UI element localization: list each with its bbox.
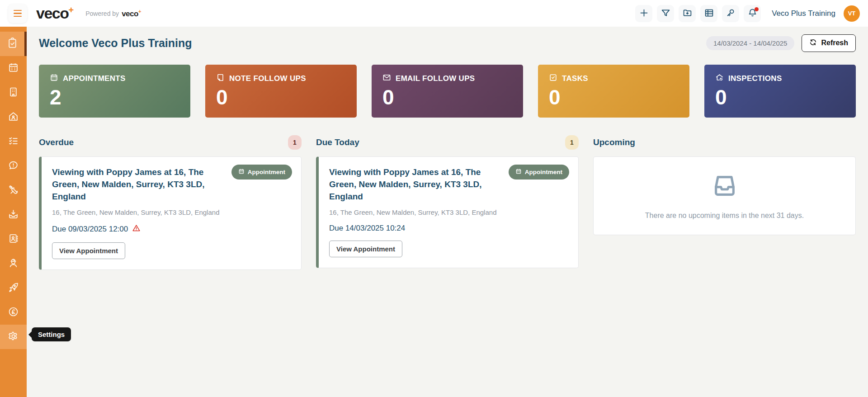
clipboard-check-icon [7,38,18,51]
checklist-icon [8,135,19,148]
powered-by-veco-logo: veco+ [122,9,141,19]
appointment-due: Due 09/03/2025 12:00 [52,224,291,235]
filter-icon [661,8,670,19]
stat-card-inspections[interactable]: INSPECTIONS 0 [704,65,856,118]
sidebar-item-contacts[interactable] [0,227,27,251]
key-button[interactable] [722,5,739,22]
top-header: veco+ Powered by veco+ [0,0,868,27]
warning-icon [132,224,141,235]
refresh-button[interactable]: Refresh [802,34,856,52]
calendar-icon [238,168,245,176]
calendar-icon [8,62,19,75]
stat-label: TASKS [562,74,588,83]
sidebar-item-marketing[interactable] [0,276,27,300]
stat-value: 0 [715,87,845,108]
powered-by: Powered by veco+ [85,9,141,19]
contact-card-icon [8,233,19,246]
due-today-count-badge: 1 [565,135,579,150]
calendar-icon [515,168,522,176]
building-icon [8,86,19,99]
due-today-heading: Due Today [316,137,359,147]
view-appointment-button[interactable]: View Appointment [329,241,402,257]
sidebar-item-maintenance[interactable] [0,178,27,203]
add-button[interactable] [635,5,652,22]
powered-by-text: Powered by [85,10,119,17]
sidebar-item-contractors[interactable] [0,251,27,276]
sidebar-item-calendar[interactable] [0,56,27,80]
task-check-icon [549,73,557,84]
veco-logo-plus-icon: + [69,5,74,15]
title-row: Welcome Veco Plus Training 14/03/2024 - … [39,33,856,53]
plus-icon [639,8,649,19]
sidebar-item-tasks[interactable] [0,129,27,154]
upcoming-empty-card: There are no upcoming items in the next … [593,156,856,235]
stats-row: APPOINTMENTS 2 NOTE FOLLOW UPS 0 EMAIL F… [39,65,856,118]
view-appointment-button[interactable]: View Appointment [52,242,125,259]
due-today-appointment-card: Viewing with Poppy James at 16, The Gree… [316,156,579,268]
folder-export-button[interactable] [679,5,696,22]
upcoming-heading: Upcoming [593,137,635,147]
rocket-icon [8,282,19,295]
overdue-count-badge: 1 [288,135,302,150]
appointment-address: 16, The Green, New Malden, Surrey, KT3 3… [329,208,568,216]
download-tray-icon [8,208,19,222]
avatar[interactable]: VT [844,5,860,22]
notification-dot [755,7,759,11]
stat-value: 0 [216,87,346,108]
settings-tooltip: Settings [32,327,71,341]
sidebar-item-enquiries[interactable] [0,154,27,178]
stat-card-appointments[interactable]: APPOINTMENTS 2 [39,65,190,118]
overdue-appointment-card: Viewing with Poppy James at 16, The Gree… [39,156,302,270]
stat-card-email-follow-ups[interactable]: EMAIL FOLLOW UPS 0 [372,65,523,118]
stat-value: 0 [549,87,679,108]
stat-label: APPOINTMENTS [63,74,126,83]
worker-icon [8,257,19,270]
tools-icon [8,184,19,197]
header-actions: Veco Plus Training VT [635,5,860,22]
refresh-icon [809,38,817,48]
stat-card-note-follow-ups[interactable]: NOTE FOLLOW UPS 0 [205,65,357,118]
sidebar-item-finance[interactable] [0,300,27,325]
sidebar-item-dashboard[interactable] [0,32,27,56]
appointment-type-badge: Appointment [231,165,292,180]
folder-export-icon [683,8,692,19]
hamburger-menu-button[interactable] [8,4,27,23]
filter-button[interactable] [657,5,674,22]
overdue-heading: Overdue [39,137,74,147]
upcoming-empty-text: There are no upcoming items in the next … [645,212,804,220]
due-today-column: Due Today 1 Viewing with Poppy James at … [316,135,579,270]
stat-label: EMAIL FOLLOW UPS [396,74,475,83]
sidebar-item-downloads[interactable] [0,203,27,227]
inbox-icon [711,172,739,202]
main-content: Welcome Veco Plus Training 14/03/2024 - … [27,27,868,270]
chat-alert-icon [8,160,19,173]
table-button[interactable] [700,5,717,22]
user-name[interactable]: Veco Plus Training [772,9,835,18]
house-check-icon [715,73,724,84]
sidebar-nav [0,27,27,397]
overdue-column: Overdue 1 Viewing with Poppy James at 16… [39,135,302,270]
gear-icon [8,331,19,344]
stat-value: 2 [50,87,179,108]
sidebar-item-settings[interactable] [0,325,27,349]
house-person-icon [8,111,19,124]
title-actions: 14/03/2024 - 14/04/2025 Refresh [706,34,856,52]
page-title: Welcome Veco Plus Training [39,37,192,50]
sidebar-item-properties[interactable] [0,80,27,105]
pound-circle-icon [8,306,19,319]
table-icon [704,8,714,19]
envelope-icon [382,73,391,84]
stat-label: NOTE FOLLOW UPS [229,74,306,83]
date-range-pill: 14/03/2024 - 14/04/2025 [706,36,794,50]
notifications-button[interactable] [744,5,761,22]
key-icon [726,8,736,19]
sidebar-item-lettings[interactable] [0,105,27,129]
powered-by-plus-icon: + [138,9,141,14]
upcoming-column: Upcoming There are no upcoming items in … [593,135,856,270]
veco-logo-text: veco [36,5,69,22]
appointment-address: 16, The Green, New Malden, Surrey, KT3 3… [52,208,291,216]
note-icon [216,73,225,84]
appointment-type-badge: Appointment [509,165,569,180]
stat-card-tasks[interactable]: TASKS 0 [538,65,689,118]
appointment-due: Due 14/03/2025 10:24 [329,224,568,233]
